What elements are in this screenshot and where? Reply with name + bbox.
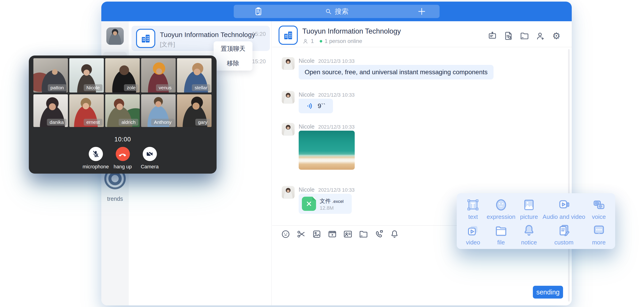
video-tile-venus[interactable]: venus [141, 58, 176, 92]
search-icon [325, 8, 332, 15]
attach-item-text[interactable]: text [460, 198, 487, 223]
context-menu-item-remove[interactable]: 移除 [214, 56, 252, 71]
search-bar[interactable]: 搜索 [234, 5, 440, 18]
message-header: Nicole2021/12/3 10:33 [299, 123, 355, 130]
video-tile-patton[interactable]: patton [34, 58, 68, 92]
video-tile-zole[interactable]: zole [105, 58, 140, 92]
video-tile-Nicole[interactable]: Nicole [69, 58, 104, 92]
hangup-icon[interactable] [116, 147, 130, 161]
participant-name: gary [195, 119, 210, 126]
attach-item-voice[interactable]: voice [585, 198, 612, 223]
bell-icon[interactable] [390, 229, 399, 239]
composer-toolbar [281, 229, 399, 239]
scrollbar[interactable] [568, 49, 570, 302]
document-search-icon[interactable] [504, 31, 513, 41]
building-icon [140, 33, 151, 44]
chat-header-title: Tuoyun Information Technology [302, 27, 401, 35]
video-call-icon[interactable] [374, 229, 384, 239]
file-card[interactable]: 文件 .excel12.8M [299, 194, 352, 214]
attach-item-video[interactable]: video [460, 223, 487, 249]
context-menu-item-pin[interactable]: 置顶聊天 [214, 41, 252, 56]
sender-avatar[interactable] [282, 91, 294, 104]
voice-duration: 9`` [318, 102, 326, 110]
attach-item-more[interactable]: more [585, 223, 612, 249]
page: 搜索 trends Tuoyun Information Technology … [0, 0, 644, 307]
participant-name: patton [48, 84, 66, 91]
video-film-icon[interactable] [328, 229, 337, 239]
video-tile-ernest[interactable]: ernest [69, 94, 104, 127]
attach-custom-icon [557, 223, 571, 238]
call-control-hangup[interactable]: hang up [109, 147, 136, 170]
file-size: 12.8M [320, 205, 334, 211]
message-time: 2021/12/3 10:33 [318, 58, 354, 64]
attach-item-expression[interactable]: expression [487, 198, 516, 223]
picture-icon[interactable] [312, 229, 322, 239]
add-icon[interactable] [417, 7, 426, 16]
attach-panel: textexpressionpictureAudio and videovoic… [457, 193, 615, 249]
participant-name: Nicole [84, 84, 102, 91]
participant-name: zole [124, 84, 138, 91]
sender-avatar[interactable] [282, 186, 294, 199]
settings-icon[interactable]: ⚙ [552, 31, 561, 41]
video-tile-aldrich[interactable]: aldrich [105, 94, 140, 127]
sender-name: Nicole [299, 186, 314, 193]
attach-file-icon [494, 223, 508, 238]
attach-item-label: file [497, 239, 505, 246]
video-call-overlay: pattonNicolezolevenusstellardanikaernest… [29, 55, 216, 174]
chat-header-actions: ⚙ [488, 31, 561, 41]
attach-item-custom[interactable]: custom [543, 223, 585, 249]
attach-item-notice[interactable]: notice [516, 223, 543, 249]
attach-item-picture[interactable]: picture [516, 198, 543, 223]
file-type-icon [302, 197, 316, 211]
video-tile-gary[interactable]: gary [177, 94, 212, 127]
text-message-bubble: Open source, free, and universal instant… [299, 65, 494, 79]
chat-header-group-icon [278, 25, 298, 45]
sender-name: Nicole [299, 57, 314, 64]
video-tile-danika[interactable]: danika [34, 94, 68, 127]
attach-item-label: expression [487, 213, 516, 220]
sender-avatar[interactable] [282, 57, 294, 70]
video-tile-stellar[interactable]: stellar [177, 58, 212, 92]
user-avatar[interactable] [106, 27, 124, 45]
attach-expression-icon [494, 198, 508, 212]
video-tile-Anthony[interactable]: Anthony [141, 94, 176, 127]
mic-off-icon[interactable] [89, 147, 103, 161]
call-control-camera[interactable]: Camera [136, 147, 163, 170]
chat-item-time: 15:20 [252, 31, 266, 37]
members-icon [302, 38, 308, 44]
attach-item-label: notice [521, 239, 537, 246]
send-button[interactable]: sending [533, 286, 563, 299]
call-control-label: hang up [109, 164, 136, 170]
folder-icon[interactable] [520, 31, 529, 41]
participant-name: venus [156, 84, 174, 91]
trends-label: trends [101, 196, 129, 202]
attach-item-label: picture [520, 213, 538, 220]
folder-icon[interactable] [358, 229, 368, 239]
notice-board-icon[interactable] [488, 31, 497, 41]
search-placeholder: 搜索 [335, 7, 348, 16]
voice-message[interactable]: 9`` [299, 99, 333, 113]
participant-name: danika [47, 119, 66, 126]
camera-off-icon[interactable] [143, 147, 157, 161]
message-text[interactable]: Open source, free, and universal instant… [299, 65, 494, 79]
call-control-microphone[interactable]: microphone [82, 147, 109, 170]
chat-item-title: Tuoyun Information Technology [160, 31, 255, 39]
sender-avatar[interactable] [282, 123, 294, 136]
attach-item-audio-and-video[interactable]: Audio and video [543, 198, 585, 223]
message-time: 2021/12/3 10:33 [318, 187, 354, 193]
beach-photo[interactable] [299, 131, 355, 170]
scissors-icon[interactable] [296, 229, 306, 239]
participant-name: aldrich [119, 119, 138, 126]
trends-icon [101, 189, 129, 193]
call-control-label: microphone [82, 164, 109, 170]
contact-card-icon[interactable] [343, 229, 353, 239]
attach-item-file[interactable]: file [487, 223, 516, 249]
emoji-icon[interactable] [281, 229, 290, 239]
attach-voice-icon [592, 198, 606, 212]
header-divider [272, 47, 572, 47]
message-header: Nicole2021/12/3 10:33 [299, 186, 355, 193]
sender-name: Nicole [299, 123, 314, 130]
add-member-icon[interactable] [536, 31, 545, 41]
attach-video-icon [466, 223, 480, 238]
message-header: Nicole2021/12/3 10:33 [299, 91, 355, 98]
